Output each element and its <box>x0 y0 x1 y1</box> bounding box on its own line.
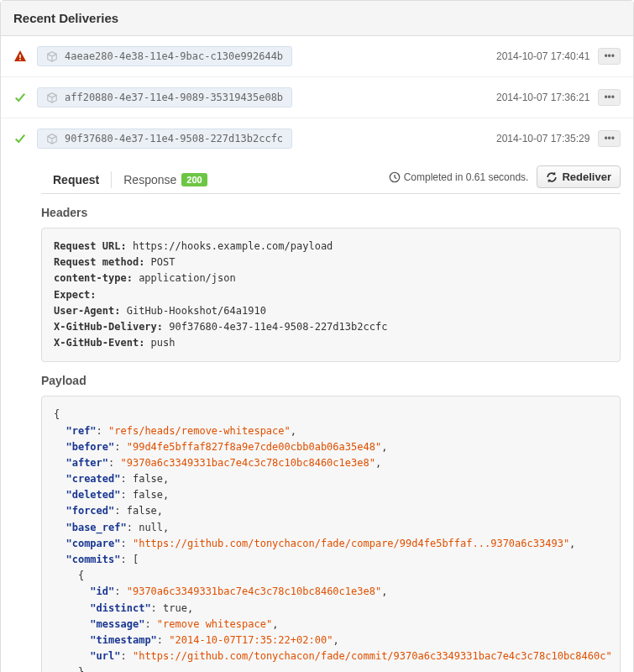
delivery-id-text: 4aeae280-4e38-11e4-9bac-c130e992644b <box>65 50 283 62</box>
tab-response-label: Response <box>123 173 176 186</box>
sync-icon <box>546 171 558 183</box>
delivery-timestamp: 2014-10-07 17:36:21 <box>496 92 589 103</box>
expand-button[interactable]: ••• <box>598 130 621 147</box>
svg-rect-0 <box>19 55 21 58</box>
delivery-timestamp: 2014-10-07 17:40:41 <box>496 50 589 62</box>
alert-icon <box>13 50 27 63</box>
headers-box: Request URL: https://hooks.example.com/p… <box>41 228 621 362</box>
expand-button[interactable]: ••• <box>598 48 621 65</box>
tabs-row: Request Response 200 Completed in 0.61 s… <box>41 159 621 194</box>
tab-response[interactable]: Response 200 <box>112 166 218 193</box>
expand-button[interactable]: ••• <box>598 89 621 106</box>
delivery-row: aff20880-4e37-11e4-9089-35319435e08b2014… <box>1 77 633 118</box>
delivery-timestamp: 2014-10-07 17:35:29 <box>496 133 589 144</box>
payload-title: Payload <box>41 374 621 387</box>
delivery-id-text: 90f37680-4e37-11e4-9508-227d13b2ccfc <box>65 133 283 144</box>
check-icon <box>13 91 27 104</box>
tab-request-label: Request <box>53 173 99 186</box>
payload-box: { "ref": "refs/heads/remove-whitespace",… <box>41 396 621 672</box>
ellipsis-icon: ••• <box>604 92 615 102</box>
redeliver-button[interactable]: Redeliver <box>537 165 621 188</box>
completed-text: Completed in 0.61 seconds. <box>389 171 529 183</box>
response-status-badge: 200 <box>181 173 207 186</box>
delivery-detail: Request Response 200 Completed in 0.61 s… <box>1 159 633 672</box>
ellipsis-icon: ••• <box>604 134 615 144</box>
check-icon <box>13 132 27 145</box>
delivery-id-button[interactable]: aff20880-4e37-11e4-9089-35319435e08b <box>37 87 292 108</box>
delivery-row: 90f37680-4e37-11e4-9508-227d13b2ccfc2014… <box>1 118 633 159</box>
headers-title: Headers <box>41 206 621 219</box>
panel-title: Recent Deliveries <box>1 1 633 36</box>
delivery-row: 4aeae280-4e38-11e4-9bac-c130e992644b2014… <box>1 36 633 77</box>
clock-icon <box>389 171 401 183</box>
tab-request[interactable]: Request <box>41 166 111 193</box>
recent-deliveries-panel: Recent Deliveries 4aeae280-4e38-11e4-9ba… <box>0 0 634 672</box>
ellipsis-icon: ••• <box>604 51 615 61</box>
svg-rect-1 <box>19 59 21 60</box>
delivery-id-text: aff20880-4e37-11e4-9089-35319435e08b <box>65 92 283 103</box>
delivery-id-button[interactable]: 90f37680-4e37-11e4-9508-227d13b2ccfc <box>37 129 292 149</box>
delivery-list: 4aeae280-4e38-11e4-9bac-c130e992644b2014… <box>1 36 633 159</box>
delivery-id-button[interactable]: 4aeae280-4e38-11e4-9bac-c130e992644b <box>37 46 292 66</box>
